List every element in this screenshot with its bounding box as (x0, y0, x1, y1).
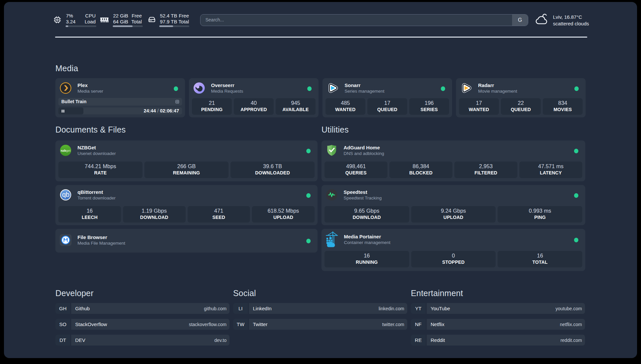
svg-text:nzbget: nzbget (61, 149, 71, 152)
svg-text:qb: qb (62, 191, 69, 198)
